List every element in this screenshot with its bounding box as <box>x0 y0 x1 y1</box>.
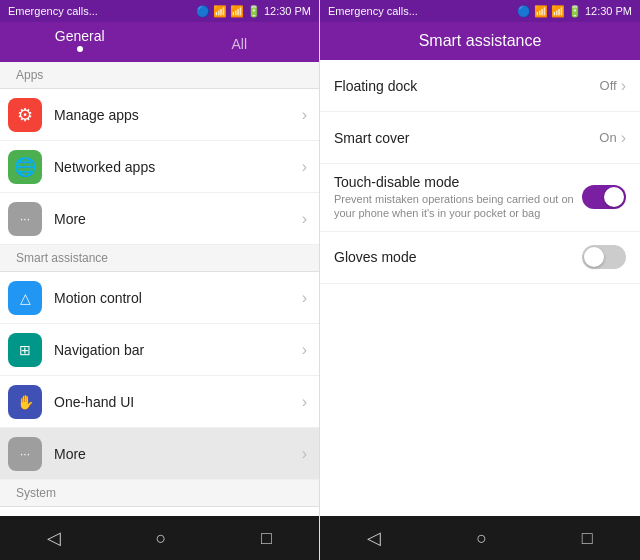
navigation-bar-chevron: › <box>302 341 307 359</box>
smart-assistance-title-bar: Smart assistance <box>320 22 640 60</box>
touch-disable-toggle[interactable] <box>582 185 626 209</box>
motion-control-chevron: › <box>302 289 307 307</box>
home-button[interactable]: ○ <box>136 520 187 557</box>
gloves-mode-item: Gloves mode <box>320 232 640 284</box>
smart-cover-label: Smart cover <box>334 130 599 146</box>
left-status-title: Emergency calls... <box>8 5 98 17</box>
page-title: Smart assistance <box>419 32 542 50</box>
manage-apps-icon: ⚙ <box>8 98 42 132</box>
menu-item-networked-apps[interactable]: 🌐 Networked apps › <box>0 141 319 193</box>
smart-more-chevron: › <box>302 445 307 463</box>
gloves-mode-knob <box>584 247 604 267</box>
manage-apps-label: Manage apps <box>54 107 302 123</box>
smart-more-icon: ··· <box>8 437 42 471</box>
right-scroll-area: Floating dock Off › Smart cover On › Tou… <box>320 60 640 516</box>
right-panel: Emergency calls... 🔵 📶 📶 🔋 12:30 PM Smar… <box>320 0 640 560</box>
floating-dock-value: Off <box>600 78 617 93</box>
one-hand-ui-label: One-hand UI <box>54 394 302 410</box>
tab-all[interactable]: All <box>160 36 320 58</box>
right-wifi-icon: 📶 <box>534 5 548 18</box>
menu-item-motion-control[interactable]: △ Motion control › <box>0 272 319 324</box>
tab-bar: General All <box>0 22 319 62</box>
smart-cover-chevron: › <box>621 129 626 147</box>
networked-apps-icon: 🌐 <box>8 150 42 184</box>
right-status-bar: Emergency calls... 🔵 📶 📶 🔋 12:30 PM <box>320 0 640 22</box>
left-status-icons: 🔵 📶 📶 🔋 12:30 PM <box>196 5 311 18</box>
gloves-mode-label: Gloves mode <box>334 249 582 265</box>
navigation-bar-label: Navigation bar <box>54 342 302 358</box>
networked-apps-chevron: › <box>302 158 307 176</box>
left-bottom-nav: ◁ ○ □ <box>0 516 319 560</box>
floating-dock-item[interactable]: Floating dock Off › <box>320 60 640 112</box>
section-apps-header: Apps <box>0 62 319 89</box>
menu-item-date-time[interactable]: ⏰ Date & time › <box>0 507 319 516</box>
right-status-title: Emergency calls... <box>328 5 418 17</box>
touch-disable-item: Touch-disable mode Prevent mistaken oper… <box>320 164 640 232</box>
left-scroll-area: Apps ⚙ Manage apps › 🌐 Networked apps › … <box>0 62 319 516</box>
floating-dock-label-wrap: Floating dock <box>334 78 600 94</box>
gloves-mode-toggle[interactable] <box>582 245 626 269</box>
left-panel: Emergency calls... 🔵 📶 📶 🔋 12:30 PM Gene… <box>0 0 320 560</box>
wifi-icon: 📶 <box>213 5 227 18</box>
section-system-header: System <box>0 480 319 507</box>
right-home-button[interactable]: ○ <box>456 520 507 557</box>
floating-dock-label: Floating dock <box>334 78 600 94</box>
right-back-button[interactable]: ◁ <box>347 519 401 557</box>
back-button[interactable]: ◁ <box>27 519 81 557</box>
menu-item-navigation-bar[interactable]: ⊞ Navigation bar › <box>0 324 319 376</box>
date-time-icon: ⏰ <box>8 516 42 517</box>
apps-more-icon: ··· <box>8 202 42 236</box>
tab-general[interactable]: General <box>0 28 160 58</box>
touch-disable-label: Touch-disable mode <box>334 174 582 190</box>
navigation-bar-icon: ⊞ <box>8 333 42 367</box>
right-battery-icon: 🔋 <box>568 5 582 18</box>
menu-item-smart-more[interactable]: ··· More › <box>0 428 319 480</box>
smart-cover-item[interactable]: Smart cover On › <box>320 112 640 164</box>
motion-control-label: Motion control <box>54 290 302 306</box>
motion-control-icon: △ <box>8 281 42 315</box>
one-hand-ui-chevron: › <box>302 393 307 411</box>
gloves-mode-label-wrap: Gloves mode <box>334 249 582 265</box>
floating-dock-chevron: › <box>621 77 626 95</box>
touch-disable-sublabel: Prevent mistaken operations being carrie… <box>334 192 582 221</box>
bluetooth-icon: 🔵 <box>196 5 210 18</box>
menu-item-one-hand-ui[interactable]: ✋ One-hand UI › <box>0 376 319 428</box>
smart-cover-value: On <box>599 130 616 145</box>
menu-item-manage-apps[interactable]: ⚙ Manage apps › <box>0 89 319 141</box>
right-recents-button[interactable]: □ <box>562 520 613 557</box>
left-status-bar: Emergency calls... 🔵 📶 📶 🔋 12:30 PM <box>0 0 319 22</box>
touch-disable-knob <box>604 187 624 207</box>
apps-more-chevron: › <box>302 210 307 228</box>
right-signal-icon: 📶 <box>551 5 565 18</box>
left-status-time: 12:30 PM <box>264 5 311 17</box>
right-bottom-nav: ◁ ○ □ <box>320 516 640 560</box>
signal-icon: 📶 <box>230 5 244 18</box>
smart-cover-label-wrap: Smart cover <box>334 130 599 146</box>
menu-item-apps-more[interactable]: ··· More › <box>0 193 319 245</box>
battery-icon: 🔋 <box>247 5 261 18</box>
right-bluetooth-icon: 🔵 <box>517 5 531 18</box>
smart-more-label: More <box>54 446 302 462</box>
one-hand-ui-icon: ✋ <box>8 385 42 419</box>
right-status-time: 12:30 PM <box>585 5 632 17</box>
apps-more-label: More <box>54 211 302 227</box>
touch-disable-label-wrap: Touch-disable mode Prevent mistaken oper… <box>334 174 582 221</box>
manage-apps-chevron: › <box>302 106 307 124</box>
networked-apps-label: Networked apps <box>54 159 302 175</box>
section-smart-header: Smart assistance <box>0 245 319 272</box>
recents-button[interactable]: □ <box>241 520 292 557</box>
right-status-icons: 🔵 📶 📶 🔋 12:30 PM <box>517 5 632 18</box>
